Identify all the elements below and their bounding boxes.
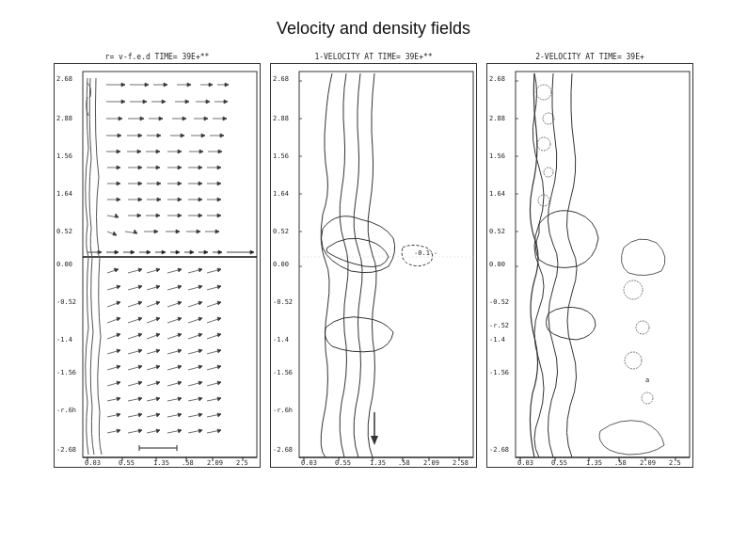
svg-text:0.00: 0.00 bbox=[489, 261, 505, 268]
svg-text:2.5: 2.5 bbox=[236, 459, 248, 467]
svg-text:1.56: 1.56 bbox=[56, 152, 72, 160]
svg-text:0.55: 0.55 bbox=[551, 459, 567, 467]
svg-text:-1.56: -1.56 bbox=[56, 369, 76, 376]
svg-text:-2.68: -2.68 bbox=[56, 446, 76, 454]
svg-text:1.64: 1.64 bbox=[56, 190, 72, 198]
svg-text:a: a bbox=[645, 376, 649, 384]
plots-container: r= v-f.e.d TIME= 39E+** 2.68 2.88 1.56 1… bbox=[0, 53, 747, 468]
svg-text:.58: .58 bbox=[398, 459, 410, 467]
svg-text:2.09: 2.09 bbox=[423, 459, 439, 467]
svg-text:0.00: 0.00 bbox=[56, 261, 72, 268]
svg-text:-2.68: -2.68 bbox=[273, 446, 293, 454]
svg-text:1.64: 1.64 bbox=[273, 190, 289, 198]
svg-text:-r.52: -r.52 bbox=[489, 322, 509, 329]
svg-text:2.88: 2.88 bbox=[489, 115, 505, 122]
svg-text:-r.6h: -r.6h bbox=[56, 407, 76, 414]
svg-text:1.64: 1.64 bbox=[489, 190, 505, 198]
svg-text:0.52: 0.52 bbox=[273, 228, 289, 235]
svg-text:0.52: 0.52 bbox=[56, 228, 72, 235]
svg-rect-353 bbox=[516, 72, 690, 457]
svg-text:2.88: 2.88 bbox=[273, 115, 289, 122]
svg-text:0.00: 0.00 bbox=[273, 261, 289, 268]
plot2-wrapper: 1-VELOCITY AT TIME= 39E+** 2.68 2.88 1.5… bbox=[270, 53, 477, 468]
page-title: Velocity and density fields bbox=[0, 0, 747, 48]
plot3-title: 2-VELOCITY AT TIME= 39E+ bbox=[535, 53, 644, 61]
svg-text:2.58: 2.58 bbox=[453, 459, 469, 467]
plot1-svg: 2.68 2.88 1.56 1.64 0.52 0.00 -0.52 -1.4… bbox=[55, 64, 261, 468]
svg-text:-1.4: -1.4 bbox=[489, 336, 505, 344]
page-container: Velocity and density fields r= v-f.e.d T… bbox=[0, 0, 747, 560]
plot1-frame: 2.68 2.88 1.56 1.64 0.52 0.00 -0.52 -1.4… bbox=[54, 63, 261, 468]
svg-rect-17 bbox=[83, 72, 257, 457]
svg-text:-0.52: -0.52 bbox=[489, 298, 509, 306]
svg-text:-0.1--: -0.1-- bbox=[414, 249, 437, 257]
svg-text:.58: .58 bbox=[614, 459, 627, 467]
plot3-frame: 2.68 2.88 1.56 1.64 0.52 0.00 -0.52 -r.5… bbox=[486, 63, 693, 468]
plot2-svg: 2.68 2.88 1.56 1.64 0.52 0.00 -0.52 -1.4… bbox=[271, 64, 477, 468]
svg-text:-1.56: -1.56 bbox=[489, 369, 509, 376]
svg-text:-r.6h: -r.6h bbox=[273, 407, 293, 414]
plot3-svg: 2.68 2.88 1.56 1.64 0.52 0.00 -0.52 -r.5… bbox=[487, 64, 693, 468]
svg-text:1.56: 1.56 bbox=[273, 152, 289, 160]
svg-text:-1.4: -1.4 bbox=[273, 336, 289, 344]
plot3-wrapper: 2-VELOCITY AT TIME= 39E+ 2.68 2.88 1.56 … bbox=[486, 53, 693, 468]
svg-text:0.55: 0.55 bbox=[119, 459, 135, 467]
plot1-wrapper: r= v-f.e.d TIME= 39E+** 2.68 2.88 1.56 1… bbox=[54, 53, 261, 468]
svg-text:-0.52: -0.52 bbox=[56, 298, 76, 306]
svg-text:2.68: 2.68 bbox=[489, 75, 505, 83]
svg-text:-1.56: -1.56 bbox=[273, 369, 293, 376]
plot2-title: 1-VELOCITY AT TIME= 39E+** bbox=[314, 53, 432, 61]
plot2-frame: 2.68 2.88 1.56 1.64 0.52 0.00 -0.52 -1.4… bbox=[270, 63, 477, 468]
svg-text:2.88: 2.88 bbox=[56, 115, 72, 122]
svg-text:-0.52: -0.52 bbox=[273, 298, 293, 306]
svg-text:-2.68: -2.68 bbox=[489, 446, 509, 454]
svg-text:.58: .58 bbox=[182, 459, 194, 467]
svg-text:2.5: 2.5 bbox=[669, 459, 681, 467]
svg-text:-1.4: -1.4 bbox=[56, 336, 72, 344]
svg-text:0.52: 0.52 bbox=[489, 228, 505, 235]
plot1-title: r= v-f.e.d TIME= 39E+** bbox=[105, 53, 210, 61]
svg-text:0.55: 0.55 bbox=[335, 459, 351, 467]
svg-text:1.56: 1.56 bbox=[489, 152, 505, 160]
svg-text:2.68: 2.68 bbox=[56, 75, 72, 83]
svg-text:2.09: 2.09 bbox=[207, 459, 223, 467]
svg-text:2.09: 2.09 bbox=[640, 459, 656, 467]
svg-text:2.68: 2.68 bbox=[273, 75, 289, 83]
